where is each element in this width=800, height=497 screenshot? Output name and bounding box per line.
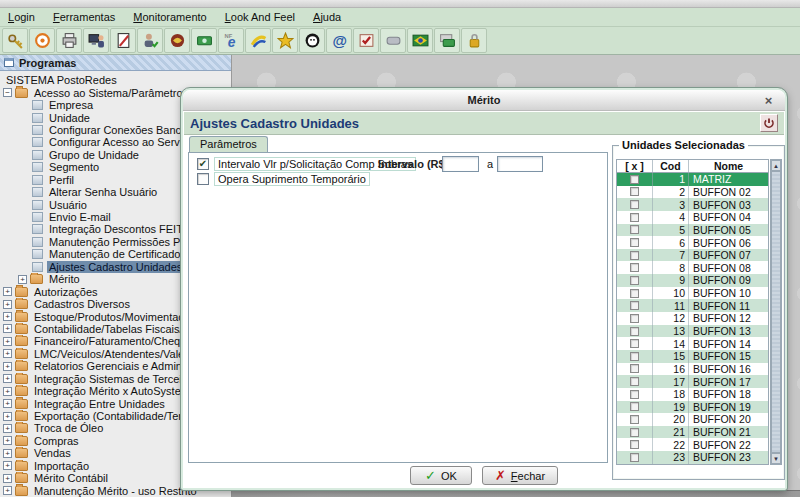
toolbar-button-email-at[interactable]: @	[326, 28, 352, 53]
expand-icon[interactable]: +	[3, 424, 12, 433]
row-checkbox[interactable]	[630, 415, 639, 424]
row-checkbox[interactable]	[630, 428, 639, 437]
toolbar-button-stamp-check[interactable]	[353, 28, 379, 53]
table-row[interactable]: 12BUFFON 12	[617, 312, 768, 325]
menu-ajuda[interactable]: Ajuda	[313, 11, 341, 23]
row-checkbox[interactable]	[630, 364, 639, 373]
row-checkbox[interactable]	[630, 453, 639, 462]
table-row[interactable]: 22BUFFON 22	[617, 438, 768, 451]
unidades-table-scrollbar[interactable]: ▲ ▼	[770, 159, 782, 465]
row-checkbox[interactable]	[630, 377, 639, 386]
exit-power-icon[interactable]	[760, 114, 778, 132]
table-row[interactable]: 20BUFFON 20	[617, 413, 768, 426]
menu-monitoramento[interactable]: Monitoramento	[133, 11, 206, 23]
expand-icon[interactable]: +	[3, 436, 12, 445]
tab-parametros[interactable]: Parâmetros	[189, 136, 268, 152]
table-row[interactable]: 10BUFFON 10	[617, 287, 768, 300]
table-row[interactable]: 21BUFFON 21	[617, 426, 768, 439]
expand-icon[interactable]: +	[3, 486, 12, 495]
table-row[interactable]: 18BUFFON 18	[617, 388, 768, 401]
menu-look-and-feel[interactable]: Look And Feel	[225, 11, 295, 23]
table-row[interactable]: 3BUFFON 03	[617, 198, 768, 211]
toolbar-button-star[interactable]	[272, 28, 298, 53]
row-checkbox[interactable]	[630, 440, 639, 449]
expand-icon[interactable]: +	[3, 287, 12, 296]
row-checkbox[interactable]	[630, 187, 639, 196]
interval-to-field[interactable]	[497, 156, 543, 172]
row-checkbox[interactable]	[630, 225, 639, 234]
row-checkbox[interactable]	[630, 289, 639, 298]
expand-icon[interactable]: +	[3, 337, 12, 346]
toolbar-button-login-key[interactable]	[2, 28, 28, 53]
toolbar-button-eagle[interactable]	[164, 28, 190, 53]
toolbar-button-user-check[interactable]	[137, 28, 163, 53]
toolbar-button-printer[interactable]	[56, 28, 82, 53]
scroll-up-icon[interactable]: ▲	[771, 160, 781, 171]
tree-item[interactable]: SISTEMA PostoRedes	[0, 74, 231, 86]
toolbar-button-notepad[interactable]	[110, 28, 136, 53]
expand-icon[interactable]: +	[3, 449, 12, 458]
toolbar-button-workstation[interactable]	[83, 28, 109, 53]
row-checkbox[interactable]	[630, 314, 639, 323]
table-row[interactable]: 4BUFFON 04	[617, 211, 768, 224]
table-row[interactable]: 6BUFFON 06	[617, 236, 768, 249]
table-row[interactable]: 19BUFFON 19	[617, 401, 768, 414]
expand-icon[interactable]: +	[3, 374, 12, 383]
menu-login[interactable]: Login	[8, 11, 35, 23]
toolbar-button-clock[interactable]	[29, 28, 55, 53]
toolbar-button-brazil-swoosh[interactable]	[245, 28, 271, 53]
row-checkbox[interactable]	[630, 352, 639, 361]
expand-icon[interactable]: +	[3, 399, 12, 408]
table-row[interactable]: 17BUFFON 17	[617, 375, 768, 388]
column-header-check[interactable]: [ x ]	[617, 160, 653, 172]
close-icon[interactable]: ×	[761, 93, 776, 108]
row-checkbox[interactable]	[630, 301, 639, 310]
table-row[interactable]: 1MATRIZ	[617, 173, 768, 186]
table-row[interactable]: 23BUFFON 23	[617, 451, 768, 464]
row-checkbox[interactable]	[630, 390, 639, 399]
table-row[interactable]: 5BUFFON 05	[617, 224, 768, 237]
expand-icon[interactable]: +	[3, 362, 12, 371]
menu-ferramentas[interactable]: Ferramentas	[53, 11, 115, 23]
scrollbar-thumb[interactable]	[771, 171, 781, 453]
table-row[interactable]: 15BUFFON 15	[617, 350, 768, 363]
column-header-nome[interactable]: Nome	[689, 160, 768, 172]
toolbar-button-brazil-flag[interactable]	[407, 28, 433, 53]
toolbar-button-cash[interactable]	[191, 28, 217, 53]
expand-icon[interactable]: +	[3, 474, 12, 483]
collapse-icon[interactable]: −	[3, 88, 12, 97]
expand-icon[interactable]: +	[3, 312, 12, 321]
row-checkbox[interactable]	[630, 339, 639, 348]
table-row[interactable]: 7BUFFON 07	[617, 249, 768, 262]
row-checkbox[interactable]	[630, 251, 639, 260]
toolbar-button-support-face[interactable]	[299, 28, 325, 53]
suprimento-checkbox[interactable]	[197, 173, 209, 185]
row-checkbox[interactable]	[630, 263, 639, 272]
toolbar-button-money-transfer[interactable]	[434, 28, 460, 53]
table-row[interactable]: 8BUFFON 08	[617, 261, 768, 274]
table-row[interactable]: 9BUFFON 09	[617, 274, 768, 287]
interval-from-field[interactable]	[442, 156, 479, 172]
expand-icon[interactable]: +	[3, 324, 12, 333]
row-checkbox[interactable]	[630, 276, 639, 285]
fechar-button[interactable]: ✗ Fechar	[482, 466, 558, 485]
row-checkbox[interactable]	[630, 175, 639, 184]
expand-icon[interactable]: +	[18, 275, 27, 284]
dialog-title-bar[interactable]: Mérito ×	[183, 90, 785, 111]
intervalo-checkbox[interactable]: ✔	[197, 158, 209, 170]
scroll-down-icon[interactable]: ▼	[771, 453, 781, 464]
column-header-cod[interactable]: Cod	[653, 160, 689, 172]
row-checkbox[interactable]	[630, 327, 639, 336]
table-row[interactable]: 11BUFFON 11	[617, 299, 768, 312]
table-row[interactable]: 2BUFFON 02	[617, 186, 768, 199]
expand-icon[interactable]: +	[3, 349, 12, 358]
toolbar-button-gray-box[interactable]	[380, 28, 406, 53]
toolbar-button-nfe[interactable]: NFe	[218, 28, 244, 53]
table-row[interactable]: 13BUFFON 13	[617, 325, 768, 338]
table-row[interactable]: 14BUFFON 14	[617, 337, 768, 350]
expand-icon[interactable]: +	[3, 461, 12, 470]
row-checkbox[interactable]	[630, 402, 639, 411]
toolbar-button-lock[interactable]	[461, 28, 487, 53]
table-row[interactable]: 16BUFFON 16	[617, 363, 768, 376]
row-checkbox[interactable]	[630, 238, 639, 247]
